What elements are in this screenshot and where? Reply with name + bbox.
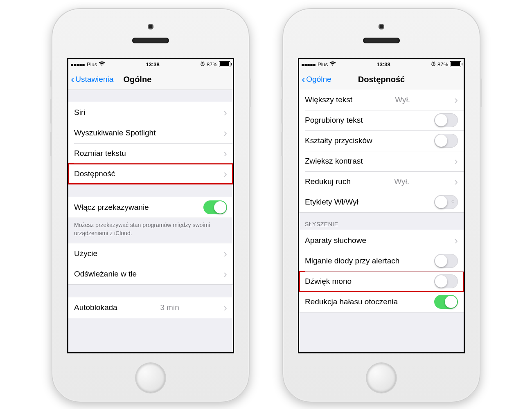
handoff-toggle[interactable] [203, 200, 227, 214]
chevron-right-icon: › [454, 155, 458, 168]
carrier-label: Plus [318, 61, 328, 67]
volume-up [281, 99, 283, 124]
home-button[interactable] [367, 363, 396, 393]
settings-group-handoff: Włącz przekazywanie [68, 197, 233, 218]
row-button-shapes[interactable]: Kształty przycisków [299, 130, 464, 151]
chevron-right-icon: › [223, 301, 227, 314]
power-button [249, 79, 251, 107]
row-siri[interactable]: Siri › [68, 102, 233, 123]
noise-cancel-toggle[interactable] [434, 295, 458, 309]
chevron-right-icon: › [223, 147, 227, 160]
page-title: Dostępność [358, 75, 405, 84]
row-led-flash[interactable]: Miganie diody przy alertach [299, 251, 464, 271]
chevron-right-icon: › [454, 94, 458, 106]
row-label: Redukuj ruch [305, 177, 351, 186]
row-accessibility[interactable]: Dostępność › [68, 164, 233, 184]
row-bold-text[interactable]: Pogrubiony tekst [299, 110, 464, 130]
row-detail: Wył. [395, 95, 412, 104]
chevron-right-icon: › [223, 127, 227, 139]
earpiece [363, 38, 400, 43]
row-label: Aparaty słuchowe [305, 236, 366, 245]
mute-switch [50, 70, 52, 87]
earpiece [132, 38, 169, 43]
clock: 13:38 [146, 61, 160, 67]
row-label: Kształty przycisków [305, 136, 372, 145]
alarm-icon [431, 61, 436, 67]
phone-left: Plus 13:38 87% ‹ Ustawienia Ogólne [52, 8, 250, 402]
carrier-label: Plus [87, 61, 97, 67]
chevron-right-icon: › [223, 268, 227, 281]
row-label: Dźwięk mono [305, 277, 352, 286]
svg-line-9 [434, 62, 435, 63]
volume-up [50, 99, 52, 124]
section-header-hearing: SŁYSZENIE [299, 213, 464, 230]
settings-group-1: Siri › Wyszukiwanie Spotlight › Rozmiar … [68, 102, 233, 184]
row-onoff-labels[interactable]: Etykiety Wł/Wył [299, 192, 464, 212]
row-hearing-aids[interactable]: Aparaty słuchowe › [299, 230, 464, 251]
mono-audio-toggle[interactable] [434, 274, 458, 288]
phone-right: Plus 13:38 87% ‹ Ogólne Dostępność [282, 8, 480, 402]
row-mono-audio[interactable]: Dźwięk mono [299, 271, 464, 292]
row-handoff[interactable]: Włącz przekazywanie [68, 197, 233, 218]
row-autolock[interactable]: Autoblokada 3 min › [68, 297, 233, 318]
back-button[interactable]: ‹ Ogólne [299, 75, 331, 84]
handoff-note: Możesz przekazywać stan programów między… [68, 218, 233, 243]
signal-dots [71, 61, 85, 67]
front-camera [148, 24, 153, 29]
chevron-right-icon: › [223, 106, 227, 119]
bold-text-toggle[interactable] [434, 113, 458, 127]
row-label: Miganie diody przy alertach [305, 256, 399, 265]
row-background-refresh[interactable]: Odświeżanie w tle › [68, 264, 233, 284]
row-usage[interactable]: Użycie › [68, 243, 233, 264]
button-shapes-toggle[interactable] [434, 134, 458, 148]
row-label: Odświeżanie w tle [74, 270, 137, 279]
row-detail: Wył. [394, 177, 411, 186]
svg-line-3 [201, 62, 202, 63]
onoff-labels-toggle[interactable] [434, 195, 458, 209]
row-label: Autoblokada [74, 303, 117, 312]
settings-group-3: Autoblokada 3 min › [68, 297, 233, 318]
volume-down [50, 132, 52, 156]
volume-down [281, 132, 283, 156]
alarm-icon [200, 61, 205, 67]
row-larger-text[interactable]: Większy tekst Wył. › [299, 90, 464, 110]
row-noise-cancel[interactable]: Redukcja hałasu otoczenia [299, 292, 464, 312]
led-flash-toggle[interactable] [434, 254, 458, 268]
back-label: Ogólne [306, 75, 331, 84]
row-reduce-motion[interactable]: Redukuj ruch Wył. › [299, 171, 464, 192]
front-camera [379, 24, 384, 29]
chevron-right-icon: › [223, 168, 227, 180]
svg-line-8 [432, 62, 433, 63]
screen: Plus 13:38 87% ‹ Ogólne Dostępność [298, 58, 465, 353]
row-label: Dostępność [74, 169, 115, 178]
row-label: Redukcja hałasu otoczenia [305, 297, 398, 306]
battery-pct: 87% [437, 61, 448, 67]
row-label: Większy tekst [305, 95, 352, 104]
svg-line-4 [203, 62, 204, 63]
row-spotlight[interactable]: Wyszukiwanie Spotlight › [68, 123, 233, 143]
row-label: Włącz przekazywanie [74, 203, 149, 212]
mute-switch [281, 70, 283, 87]
power-button [480, 79, 482, 107]
battery-icon [450, 61, 461, 67]
chevron-right-icon: › [223, 247, 227, 260]
row-increase-contrast[interactable]: Zwiększ kontrast › [299, 151, 464, 171]
battery-icon [219, 61, 230, 67]
back-button[interactable]: ‹ Ustawienia [68, 75, 113, 84]
row-label: Użycie [74, 249, 97, 258]
chevron-right-icon: › [454, 234, 458, 247]
row-label: Zwiększ kontrast [305, 157, 363, 166]
vision-group: Większy tekst Wył. › Pogrubiony tekst Ks… [299, 90, 464, 213]
settings-group-2: Użycie › Odświeżanie w tle › [68, 243, 233, 285]
wifi-icon [329, 61, 336, 67]
nav-bar: ‹ Ogólne Dostępność [299, 69, 464, 90]
clock: 13:38 [377, 61, 390, 67]
home-button[interactable] [136, 363, 165, 393]
accessibility-scroll[interactable]: Większy tekst Wył. › Pogrubiony tekst Ks… [299, 90, 464, 352]
row-text-size[interactable]: Rozmiar tekstu › [68, 143, 233, 164]
row-label: Etykiety Wł/Wył [305, 198, 358, 207]
status-bar: Plus 13:38 87% [299, 59, 464, 69]
wifi-icon [99, 61, 105, 67]
nav-bar: ‹ Ustawienia Ogólne [68, 69, 233, 90]
settings-scroll[interactable]: Siri › Wyszukiwanie Spotlight › Rozmiar … [68, 90, 233, 352]
